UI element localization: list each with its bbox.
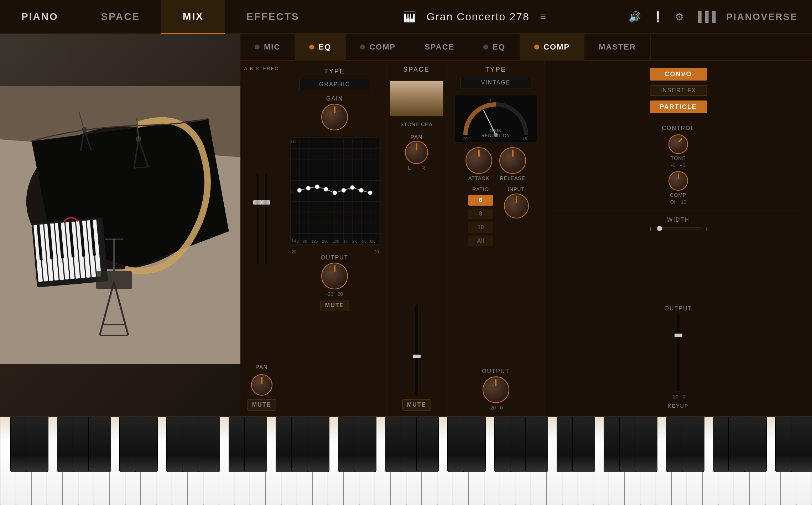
comp2-output-label: OUTPUT — [482, 368, 510, 375]
mute-button-space[interactable]: MUTE — [402, 399, 431, 411]
release-knob[interactable] — [499, 147, 526, 174]
svg-rect-39 — [96, 271, 132, 289]
nav-tab-piano[interactable]: PIANO — [0, 0, 80, 34]
ch-tab-eq[interactable]: EQ — [295, 34, 346, 61]
db-0: 0 — [291, 189, 297, 193]
gain-knob[interactable] — [321, 104, 348, 130]
room-thumb-inner — [390, 81, 443, 116]
input-knob[interactable] — [504, 194, 529, 218]
eq2-type-selector[interactable]: VINTAGE — [460, 77, 531, 88]
black-key-36[interactable] — [791, 417, 812, 472]
l-label: L — [408, 165, 411, 171]
space-pan-knob[interactable] — [405, 141, 428, 164]
eq-output-db: -20 20 — [326, 291, 343, 297]
attack-label: ATTACK — [468, 175, 489, 181]
freq-1k: 1K — [343, 239, 348, 243]
width-max-icon: | — [706, 226, 707, 231]
black-key-26[interactable] — [572, 417, 595, 472]
input-knob-group: INPUT — [504, 186, 529, 218]
eq-output-knob[interactable] — [321, 263, 348, 289]
keyup-label: KEYUP — [668, 403, 688, 409]
black-key-1[interactable] — [26, 417, 48, 472]
black-key-16[interactable] — [354, 417, 376, 472]
mic-fader-left[interactable] — [256, 172, 259, 265]
mute-button-eq[interactable]: MUTE — [321, 300, 349, 311]
black-key-11[interactable] — [244, 417, 267, 472]
nav-tab-mix[interactable]: MIX — [161, 0, 225, 34]
freq-8k: 8K — [370, 239, 375, 243]
comp2-indicator — [534, 45, 539, 50]
space-pan-label: PAN — [410, 134, 423, 141]
width-slider-container: | | — [650, 226, 707, 231]
warning-icon[interactable]: ❕ — [652, 11, 664, 23]
pan-knob[interactable] — [251, 374, 272, 396]
stone-cha-label: STONE CHA — [400, 122, 432, 127]
width-slider-thumb[interactable] — [657, 226, 662, 231]
mic-fader-right[interactable] — [264, 172, 267, 265]
black-key-21[interactable] — [463, 417, 486, 472]
ratio-10-btn[interactable]: 10 — [468, 222, 493, 233]
comp-master-knob-group: COMP Off 10 — [668, 171, 688, 205]
ch-tab-master[interactable]: MASTER — [584, 34, 651, 61]
volume-icon[interactable]: 🔊 — [629, 11, 641, 23]
comp2-output-db: -20 0 — [489, 405, 503, 411]
comp2-output-section: OUTPUT -20 0 — [482, 368, 510, 411]
particle-button[interactable]: PARTICLE — [650, 101, 707, 113]
black-key-34[interactable] — [744, 417, 767, 472]
ratio-8-btn[interactable]: 8 — [468, 208, 493, 219]
black-key-29[interactable] — [635, 417, 657, 472]
mic-fader-right-handle[interactable] — [261, 200, 270, 205]
width-label: WIDTH — [667, 217, 689, 223]
ratio-label: RATIO — [472, 186, 489, 192]
ch-tab-eq2[interactable]: EQ — [469, 34, 520, 61]
comp2-output-knob[interactable] — [483, 376, 509, 403]
black-key-4[interactable] — [88, 417, 111, 472]
ch-tab-space[interactable]: SPACE — [410, 34, 469, 61]
black-key-9[interactable] — [198, 417, 220, 472]
space-fader-thumb[interactable] — [413, 355, 421, 358]
gain-label: GAIN — [326, 96, 343, 102]
space-fader[interactable] — [415, 304, 418, 396]
ch-tab-mic[interactable]: MIC — [240, 34, 295, 61]
eq-output-label: OUTPUT — [321, 254, 349, 261]
comp-indicator — [360, 45, 365, 50]
send-fx-button[interactable]: CONVO — [650, 68, 707, 81]
black-key-31[interactable] — [682, 417, 704, 472]
width-slider-track[interactable] — [655, 227, 702, 230]
db-max: 20 — [374, 249, 379, 254]
settings-icon[interactable]: ⚙ — [675, 11, 684, 23]
bars-icon[interactable]: ▐▐▐ — [694, 11, 716, 22]
ch-tab-comp[interactable]: COMP — [346, 34, 410, 61]
tone-knob[interactable] — [668, 134, 688, 154]
input-label: INPUT — [508, 186, 525, 192]
right-panel: MIC EQ COMP SPACE EQ COMP MASTER — [240, 34, 812, 416]
freq-125: 125 — [311, 239, 318, 243]
nav-tab-effects[interactable]: EFFECTS — [225, 0, 321, 34]
attack-knob[interactable] — [465, 147, 492, 174]
mute-button-mic[interactable]: MUTE — [248, 399, 276, 411]
channel-tabs: MIC EQ COMP SPACE EQ COMP MASTER — [240, 34, 812, 61]
ratio-6-btn[interactable]: 6 — [468, 195, 493, 206]
mic-faders — [256, 77, 267, 361]
svg-text:0: 0 — [489, 98, 491, 103]
comp-master-knob[interactable] — [668, 171, 688, 191]
mic-fader-left-handle[interactable] — [253, 200, 262, 205]
black-key-24[interactable] — [525, 417, 548, 472]
svg-text:+5: +5 — [522, 136, 527, 141]
nav-right: 🔊 ❕ ⚙ ▐▐▐ PIANOVERSE — [629, 11, 812, 23]
eq-type-selector[interactable]: GRAPHIC — [299, 79, 370, 90]
eq-channel: TYPE GRAPHIC GAIN — [283, 61, 386, 416]
black-key-6[interactable] — [135, 417, 158, 472]
ratio-section: RATIO 6 8 10 All — [463, 186, 499, 246]
black-key-14[interactable] — [307, 417, 330, 472]
master-output-fader[interactable] — [677, 314, 680, 392]
top-navigation: PIANO SPACE MIX EFFECTS 🎹 Gran Concerto … — [0, 0, 812, 34]
room-thumbnail[interactable] — [390, 81, 443, 116]
nav-tab-space[interactable]: SPACE — [80, 0, 161, 34]
menu-icon[interactable]: ≡ — [540, 11, 546, 22]
ch-tab-comp2[interactable]: COMP — [520, 34, 584, 61]
freq-2k: 2K — [352, 239, 357, 243]
master-output-fader-thumb[interactable] — [675, 334, 682, 337]
black-key-19[interactable] — [416, 417, 439, 472]
ratio-all-btn[interactable]: All — [468, 236, 493, 246]
